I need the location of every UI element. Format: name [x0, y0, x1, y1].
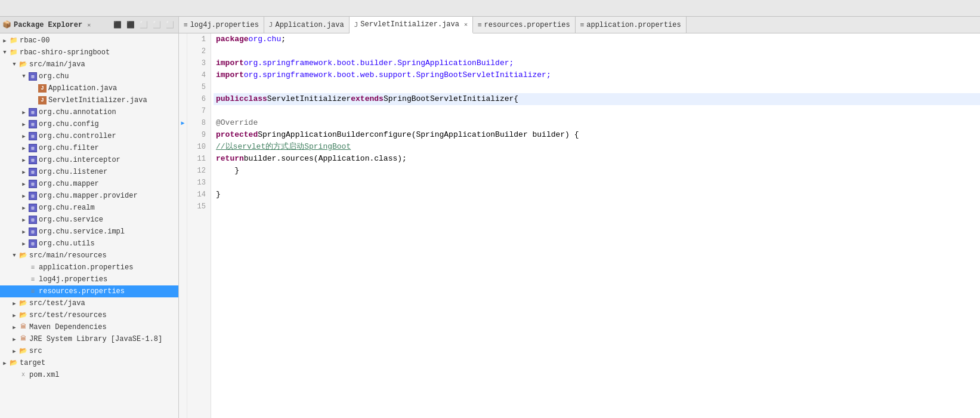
code-line-13[interactable] [214, 177, 980, 189]
tree-item-src-main-java[interactable]: ▼📂src/main/java [0, 59, 178, 70]
code-line-9[interactable]: protected SpringApplicationBuilder confi… [214, 129, 980, 141]
code-content[interactable]: package org.chu;import org.springframewo… [211, 33, 980, 418]
sidebar-action-5[interactable]: ⬜ [164, 20, 176, 29]
code-editor[interactable]: ▶ 123456789101112131415 package org.chu;… [179, 33, 980, 418]
tree-arrow-maven-dependencies[interactable]: ▶ [10, 324, 19, 331]
tree-item-org-chu-config[interactable]: ▶⊞org.chu.config [0, 118, 178, 130]
code-line-4[interactable]: import org.springframework.boot.web.supp… [214, 69, 980, 81]
tree-icon-target: 📂 [10, 359, 18, 367]
tree-arrow-org-chu-utils[interactable]: ▶ [19, 241, 29, 247]
code-line-2[interactable] [214, 45, 980, 57]
tree-item-jre-system[interactable]: ▶🏛JRE System Library [JavaSE-1.8] [0, 333, 178, 345]
tree-item-org-chu[interactable]: ▼⊞org.chu [0, 70, 178, 82]
tree-arrow-org-chu-listener[interactable]: ▶ [19, 169, 29, 176]
tree-label-org-chu-service: org.chu.service [39, 216, 103, 224]
tree-arrow-org-chu-interceptor[interactable]: ▶ [19, 157, 29, 164]
tree-arrow-src-test-java[interactable]: ▶ [10, 300, 19, 307]
keyword: package [216, 33, 249, 45]
tree-label-org-chu-mapper: org.chu.mapper [39, 180, 99, 188]
tree-item-org-chu-service-impl[interactable]: ▶⊞org.chu.service.impl [0, 226, 178, 238]
tree-item-org-chu-utils[interactable]: ▶⊞org.chu.utils [0, 238, 178, 250]
tab-servletinitializer[interactable]: JServletInitializer.java✕ [350, 17, 473, 33]
code-line-6[interactable]: public class ServletInitializer extends … [214, 93, 980, 105]
sidebar-action-1[interactable]: ⬛ [112, 20, 123, 29]
tree-arrow-org-chu-mapper-provider[interactable]: ▶ [19, 193, 29, 199]
code-line-3[interactable]: import org.springframework.boot.builder.… [214, 57, 980, 69]
code-line-8[interactable]: @Override [214, 117, 980, 129]
tree-item-org-chu-service[interactable]: ▶⊞org.chu.service [0, 214, 178, 226]
tree-item-target[interactable]: ▶📂target [0, 357, 178, 369]
tree-item-org-chu-mapper-provider[interactable]: ▶⊞org.chu.mapper.provider [0, 190, 178, 202]
tree-arrow-jre-system[interactable]: ▶ [10, 336, 19, 343]
sidebar: 📦 Package Explorer ✕ ⬛ ⬛ ⬜ ⬜ ⬜ ▶📁rbac-00… [0, 17, 179, 418]
tree-item-org-chu-annotation[interactable]: ▶⊞org.chu.annotation [0, 106, 178, 118]
tree-arrow-org-chu-realm[interactable]: ▶ [19, 205, 29, 211]
tree-item-resources-properties[interactable]: ≡resources.properties [0, 285, 178, 297]
tree-item-src-test-java[interactable]: ▶📂src/test/java [0, 297, 178, 309]
tree-label-org-chu-utils: org.chu.utils [39, 239, 95, 248]
tree-arrow-rbac-shiro[interactable]: ▼ [0, 50, 10, 56]
code-line-1[interactable]: package org.chu; [214, 33, 980, 45]
code-line-12[interactable]: } [214, 165, 980, 177]
code-line-14[interactable]: } [214, 189, 980, 201]
sidebar-action-3[interactable]: ⬜ [138, 20, 150, 29]
tree-arrow-org-chu-annotation[interactable]: ▶ [19, 109, 29, 116]
tree-arrow-src-test-resources[interactable]: ▶ [10, 312, 19, 319]
sidebar-action-2[interactable]: ⬛ [125, 20, 137, 29]
tree-arrow-org-chu-controller[interactable]: ▶ [19, 133, 29, 140]
tree-item-org-chu-controller[interactable]: ▶⊞org.chu.controller [0, 130, 178, 142]
tree-item-org-chu-mapper[interactable]: ▶⊞org.chu.mapper [0, 178, 178, 190]
line-number-1: 1 [192, 33, 206, 45]
tree-item-org-chu-interceptor[interactable]: ▶⊞org.chu.interceptor [0, 154, 178, 166]
sidebar-tab-close-icon[interactable]: ✕ [87, 21, 91, 29]
tree-item-org-chu-listener[interactable]: ▶⊞org.chu.listener [0, 166, 178, 178]
tree-icon-org-chu-realm: ⊞ [29, 204, 37, 212]
keyword: public [216, 93, 244, 105]
tree-arrow-org-chu-filter[interactable]: ▶ [19, 145, 29, 152]
tree-arrow-target[interactable]: ▶ [0, 360, 10, 367]
tab-application-prop[interactable]: ≡application.properties [576, 17, 687, 33]
tree-item-org-chu-realm[interactable]: ▶⊞org.chu.realm [0, 202, 178, 214]
tab-close-servletinitializer[interactable]: ✕ [464, 21, 468, 28]
code-line-10[interactable]: //以servlet的方式启动SpringBoot [214, 141, 980, 153]
tree-item-application-properties[interactable]: ≡application.properties [0, 262, 178, 273]
tree-item-pom-xml[interactable]: Xpom.xml [0, 369, 178, 381]
gutter-line-3 [179, 57, 187, 69]
tree-arrow-org-chu-mapper[interactable]: ▶ [19, 181, 29, 188]
tree-arrow-rbac-00[interactable]: ▶ [0, 38, 10, 44]
tree-item-ServletInitializer[interactable]: JServletInitializer.java [0, 94, 178, 106]
code-line-15[interactable] [214, 201, 980, 213]
tree-arrow-org-chu-config[interactable]: ▶ [19, 121, 29, 128]
tree-item-Application[interactable]: JApplication.java [0, 82, 178, 94]
tree-arrow-src-main-java[interactable]: ▼ [10, 62, 19, 67]
tab-application-java[interactable]: JApplication.java [264, 17, 350, 33]
tree-arrow-org-chu-service-impl[interactable]: ▶ [19, 229, 29, 235]
gutter-line-6 [179, 93, 187, 105]
tab-log4j[interactable]: ≡log4j.properties [179, 17, 264, 33]
tree-arrow-src-main-resources[interactable]: ▼ [10, 253, 19, 259]
code-line-11[interactable]: return builder.sources(Application.class… [214, 153, 980, 165]
tree-item-maven-dependencies[interactable]: ▶🏛Maven Dependencies [0, 321, 178, 333]
tree-item-org-chu-filter[interactable]: ▶⊞org.chu.filter [0, 142, 178, 154]
tree-arrow-org-chu-service[interactable]: ▶ [19, 217, 29, 223]
sidebar-action-4[interactable]: ⬜ [151, 20, 163, 29]
tree-icon-org-chu-listener: ⊞ [29, 168, 37, 176]
code-line-7[interactable] [214, 105, 980, 117]
tab-resources-prop[interactable]: ≡resources.properties [473, 17, 576, 33]
tree-item-src-test-resources[interactable]: ▶📂src/test/resources [0, 309, 178, 321]
tree-icon-src: 📂 [19, 347, 27, 355]
line-number-6: 6 [192, 93, 206, 105]
tree-item-src[interactable]: ▶📂src [0, 345, 178, 357]
line-number-14: 14 [192, 189, 206, 201]
tree-item-src-main-resources[interactable]: ▼📂src/main/resources [0, 250, 178, 262]
tree-label-application-properties: application.properties [39, 263, 133, 272]
tree-icon-org-chu-interceptor: ⊞ [29, 156, 37, 164]
tree-arrow-src[interactable]: ▶ [10, 348, 19, 355]
tree-label-src-main-java: src/main/java [29, 60, 85, 69]
code-line-5[interactable] [214, 81, 980, 93]
tree-arrow-org-chu[interactable]: ▼ [19, 73, 29, 79]
tree-icon-rbac-00: 📁 [10, 36, 18, 45]
tree-item-log4j-properties[interactable]: ≡log4j.properties [0, 273, 178, 285]
tree-item-rbac-shiro[interactable]: ▼📁rbac-shiro-springboot [0, 47, 178, 59]
tree-item-rbac-00[interactable]: ▶📁rbac-00 [0, 35, 178, 47]
